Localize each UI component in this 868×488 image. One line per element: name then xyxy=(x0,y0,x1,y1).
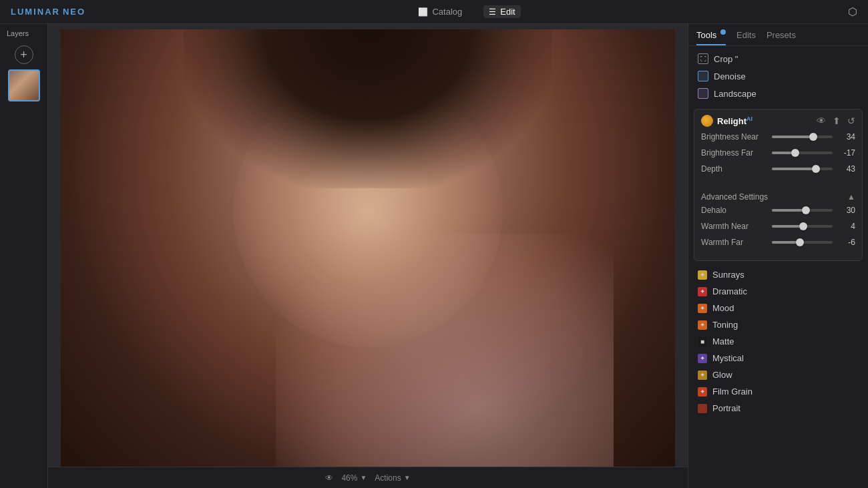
zoom-control[interactable]: 46% ▼ xyxy=(341,473,367,483)
tool-item-landscape[interactable]: Landscape xyxy=(688,85,868,102)
depth-thumb[interactable] xyxy=(812,165,820,173)
actions-chevron-icon: ▼ xyxy=(404,474,411,481)
share-icon[interactable]: ⬡ xyxy=(848,5,857,18)
tool-item-denoise[interactable]: Denoise xyxy=(688,67,868,85)
visibility-icon[interactable]: 👁 xyxy=(817,115,826,126)
depth-value: 43 xyxy=(837,164,855,174)
topbar-tabs: ⬜ Catalog ☰ Edit xyxy=(413,5,520,18)
tab-edits[interactable]: Edits xyxy=(736,30,756,45)
actions-menu[interactable]: Actions ▼ xyxy=(375,473,410,483)
layer-thumbnail[interactable] xyxy=(8,69,40,101)
bottombar: 👁 46% ▼ Actions ▼ xyxy=(48,467,688,488)
depth-row: Depth 43 xyxy=(701,164,855,174)
list-item-toning[interactable]: ✦ Toning xyxy=(688,316,868,333)
list-item-portrait[interactable]: Portrait xyxy=(688,400,868,417)
layers-title: Layers xyxy=(5,29,42,40)
brightness-far-value: -17 xyxy=(837,148,855,158)
list-item-sunrays[interactable]: ✦ Sunrays xyxy=(688,266,868,283)
warmth-near-fill xyxy=(772,225,803,228)
list-item-glow[interactable]: ✦ Glow xyxy=(688,367,868,383)
list-item-matte[interactable]: ■ Matte xyxy=(688,333,868,350)
depth-label: Depth xyxy=(701,164,768,174)
topbar: LUMINARNEO ⬜ Catalog ☰ Edit ⬡ xyxy=(0,0,868,24)
ai-badge: AI xyxy=(746,115,752,122)
denoise-icon xyxy=(698,71,708,81)
toning-icon: ✦ xyxy=(698,320,707,330)
brightness-near-value: 34 xyxy=(837,132,855,142)
brightness-near-thumb[interactable] xyxy=(809,133,817,141)
tab-catalog[interactable]: ⬜ Catalog xyxy=(413,5,467,18)
list-item-film-grain[interactable]: ✦ Film Grain xyxy=(688,383,868,400)
portrait-icon xyxy=(698,404,707,413)
photo-image xyxy=(61,29,675,483)
warmth-far-label: Warmth Far xyxy=(701,238,768,247)
tools-tabs: Tools Edits Presets xyxy=(688,24,868,46)
glow-icon: ✦ xyxy=(698,371,707,380)
brightness-far-thumb[interactable] xyxy=(791,149,799,157)
advanced-settings-header: Advanced Settings ▲ xyxy=(694,187,862,206)
list-item-dramatic[interactable]: ✦ Dramatic xyxy=(688,283,868,300)
eye-icon: 👁 xyxy=(325,473,333,483)
matte-icon: ■ xyxy=(698,337,707,346)
dehalo-thumb[interactable] xyxy=(802,206,810,214)
list-item-mood[interactable]: ✦ Mood xyxy=(688,300,868,316)
tool-item-crop[interactable]: ⛶ Crop " xyxy=(688,50,868,67)
warmth-far-thumb[interactable] xyxy=(796,238,804,246)
photo-container xyxy=(61,29,675,483)
catalog-icon: ⬜ xyxy=(418,7,428,17)
landscape-icon xyxy=(698,88,708,99)
tool-items-list: ⛶ Crop " Denoise Landscape xyxy=(688,46,868,106)
compare-icon[interactable]: ⬆ xyxy=(833,115,841,126)
film-grain-icon: ✦ xyxy=(698,387,707,397)
dehalo-label: Dehalo xyxy=(701,206,768,215)
advanced-chevron-icon[interactable]: ▲ xyxy=(847,192,855,202)
relight-icon xyxy=(701,115,713,127)
warmth-far-row: Warmth Far -6 xyxy=(701,238,855,247)
add-layer-button[interactable]: + xyxy=(15,45,33,64)
brightness-far-track[interactable] xyxy=(772,152,833,154)
relight-title: RelightAI xyxy=(717,115,813,126)
warmth-near-thumb[interactable] xyxy=(799,222,807,230)
dehalo-track[interactable] xyxy=(772,209,833,212)
brightness-near-fill xyxy=(772,136,813,138)
photo-overlay xyxy=(276,234,614,483)
mystical-icon: ✦ xyxy=(698,354,707,363)
relight-panel: RelightAI 👁 ⬆ ↺ Brightness Near 34 xyxy=(694,109,863,261)
visibility-toggle[interactable]: 👁 xyxy=(325,473,333,483)
tab-tools[interactable]: Tools xyxy=(696,29,726,45)
warmth-far-value: -6 xyxy=(837,238,855,247)
zoom-value: 46% xyxy=(341,473,357,483)
warmth-near-value: 4 xyxy=(837,222,855,231)
main-layout: Layers + 👁 46% ▼ Actions ▼ xyxy=(0,24,868,488)
actions-label: Actions xyxy=(375,473,401,483)
mood-icon: ✦ xyxy=(698,304,707,313)
dehalo-fill xyxy=(772,209,806,212)
brightness-far-label: Brightness Far xyxy=(701,148,768,158)
warmth-near-label: Warmth Near xyxy=(701,222,768,231)
app-logo: LUMINARNEO xyxy=(11,7,85,17)
tab-edit[interactable]: ☰ Edit xyxy=(483,5,520,18)
effects-list: ✦ Sunrays ✦ Dramatic ✦ Mood ✦ Toning ■ M… xyxy=(688,264,868,488)
warmth-near-track[interactable] xyxy=(772,225,833,228)
brightness-near-row: Brightness Near 34 xyxy=(701,132,855,142)
canvas-area: 👁 46% ▼ Actions ▼ xyxy=(48,24,688,488)
depth-track[interactable] xyxy=(772,168,833,170)
dehalo-row: Dehalo 30 xyxy=(701,206,855,215)
layers-panel: Layers + xyxy=(0,24,48,488)
brightness-near-label: Brightness Near xyxy=(701,132,768,142)
relight-sliders: Brightness Near 34 Brightness Far -17 xyxy=(694,132,862,187)
tools-badge xyxy=(720,29,726,35)
dehalo-value: 30 xyxy=(837,206,855,215)
zoom-chevron-icon: ▼ xyxy=(360,474,367,481)
list-item-mystical[interactable]: ✦ Mystical xyxy=(688,350,868,367)
relight-header: RelightAI 👁 ⬆ ↺ xyxy=(694,109,862,132)
depth-fill xyxy=(772,168,816,170)
warmth-far-track[interactable] xyxy=(772,241,833,244)
tab-presets[interactable]: Presets xyxy=(767,30,796,45)
reset-icon[interactable]: ↺ xyxy=(847,115,855,126)
crop-icon: ⛶ xyxy=(698,53,708,64)
advanced-sliders: Dehalo 30 Warmth Near 4 xyxy=(694,206,862,260)
brightness-near-track[interactable] xyxy=(772,136,833,138)
topbar-right: ⬡ xyxy=(848,5,857,18)
dramatic-icon: ✦ xyxy=(698,287,707,296)
